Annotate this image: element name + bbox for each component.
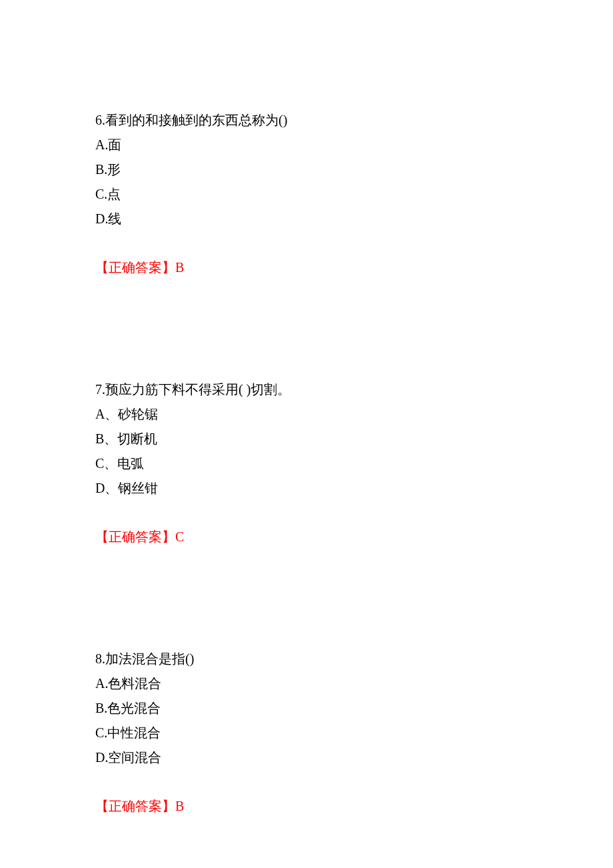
question-option: D.线	[95, 207, 546, 231]
answer-value: B	[175, 799, 184, 813]
question-option: A.面	[95, 133, 546, 157]
question-option: C.中性混合	[95, 721, 546, 745]
question-option: B.形	[95, 157, 546, 182]
question-stem: 7.预应力筋下料不得采用( )切割。	[95, 377, 546, 402]
answer-line: 【正确答案】B	[95, 255, 546, 280]
answer-label: 【正确答案】	[95, 799, 175, 813]
question-stem: 6.看到的和接触到的东西总称为()	[95, 108, 546, 133]
answer-label: 【正确答案】	[95, 260, 175, 275]
answer-label: 【正确答案】	[95, 529, 175, 544]
question-option: C.点	[95, 182, 546, 207]
question-option: D、钢丝钳	[95, 476, 546, 501]
question-option: B.色光混合	[95, 696, 546, 721]
answer-line: 【正确答案】C	[95, 525, 546, 549]
question-option: D.空间混合	[95, 745, 546, 770]
answer-value: B	[175, 260, 184, 275]
question-option: A.色料混合	[95, 671, 546, 696]
question-7: 7.预应力筋下料不得采用( )切割。 A、砂轮锯 B、切断机 C、电弧 D、钢丝…	[95, 377, 546, 549]
question-8: 8.加法混合是指() A.色料混合 B.色光混合 C.中性混合 D.空间混合 【…	[95, 647, 546, 819]
answer-line: 【正确答案】B	[95, 794, 546, 819]
question-6: 6.看到的和接触到的东西总称为() A.面 B.形 C.点 D.线 【正确答案】…	[95, 108, 546, 280]
answer-value: C	[175, 529, 184, 544]
question-option: C、电弧	[95, 451, 546, 476]
question-option: A、砂轮锯	[95, 402, 546, 427]
question-option: B、切断机	[95, 427, 546, 451]
question-stem: 8.加法混合是指()	[95, 647, 546, 671]
